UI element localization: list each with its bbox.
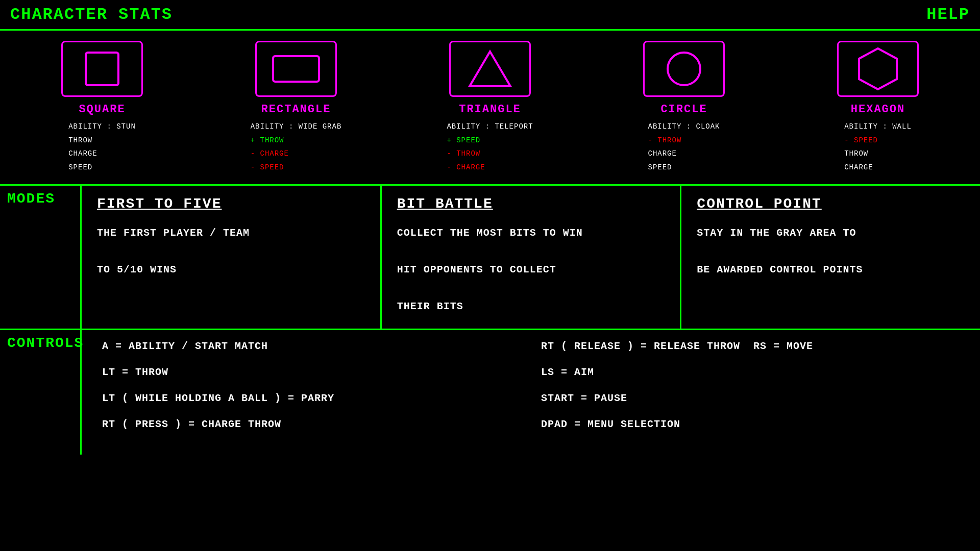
control-point-title: CONTROL POINT (697, 196, 965, 212)
mode-bit-battle: BIT BATTLE COLLECT THE MOST BITS TO WIN … (382, 186, 682, 329)
circle-shape-box (643, 41, 725, 97)
controls-right: RT ( RELEASE ) = RELEASE THROW RS = MOVE… (541, 340, 960, 444)
hexagon-name: HEXAGON (851, 103, 905, 116)
svg-marker-4 (859, 48, 897, 89)
triangle-shape-box (449, 41, 531, 97)
control-start: START = PAUSE (541, 392, 960, 404)
modes-label-col: MODES (0, 186, 82, 329)
character-stats-section: SQUARE ABILITY : STUN THROW CHARGE SPEED… (0, 31, 980, 186)
square-stats: ABILITY : STUN THROW CHARGE SPEED (68, 120, 136, 174)
character-circle: CIRCLE ABILITY : CLOAK - THROW CHARGE SP… (597, 41, 771, 174)
control-ls: LS = AIM (541, 366, 960, 378)
control-rt-release: RT ( RELEASE ) = RELEASE THROW RS = MOVE (541, 340, 960, 352)
triangle-stats: ABILITY : TELEPORT + SPEED - THROW - CHA… (447, 120, 533, 174)
top-bar: CHARACTER STATS HELP (0, 0, 980, 31)
controls-left: A = ABILITY / START MATCH LT = THROW LT … (102, 340, 521, 444)
rectangle-name: RECTANGLE (261, 103, 331, 116)
svg-marker-2 (470, 52, 510, 86)
control-lt-parry: LT ( WHILE HOLDING A BALL ) = PARRY (102, 392, 521, 404)
character-triangle: TRIANGLE ABILITY : TELEPORT + SPEED - TH… (403, 41, 577, 174)
controls-section: CONTROLS A = ABILITY / START MATCH LT = … (0, 330, 980, 455)
bit-battle-title: BIT BATTLE (397, 196, 665, 212)
rectangle-stats: ABILITY : WIDE GRAB + THROW - CHARGE - S… (251, 120, 342, 174)
hexagon-stats: ABILITY : WALL - SPEED THROW CHARGE (844, 120, 912, 174)
square-name: SQUARE (79, 103, 125, 116)
circle-stats: ABILITY : CLOAK - THROW CHARGE SPEED (648, 120, 720, 174)
svg-rect-0 (86, 53, 118, 85)
control-rt-press: RT ( PRESS ) = CHARGE THROW (102, 418, 521, 430)
hexagon-shape-box (837, 41, 919, 97)
control-a: A = ABILITY / START MATCH (102, 340, 521, 352)
first-to-five-title: FIRST TO FIVE (97, 196, 365, 212)
control-dpad: DPAD = MENU SELECTION (541, 418, 960, 430)
mode-control-point: CONTROL POINT STAY IN THE GRAY AREA TO B… (681, 186, 980, 329)
character-hexagon: HEXAGON ABILITY : WALL - SPEED THROW CHA… (791, 41, 965, 174)
control-lt: LT = THROW (102, 366, 521, 378)
controls-content: A = ABILITY / START MATCH LT = THROW LT … (82, 330, 980, 455)
svg-point-3 (668, 53, 700, 85)
character-rectangle: RECTANGLE ABILITY : WIDE GRAB + THROW - … (209, 41, 383, 174)
control-point-text: STAY IN THE GRAY AREA TO BE AWARDED CONT… (697, 224, 965, 279)
modes-label: MODES (7, 191, 55, 207)
modes-section: MODES FIRST TO FIVE THE FIRST PLAYER / T… (0, 186, 980, 330)
mode-first-to-five: FIRST TO FIVE THE FIRST PLAYER / TEAM TO… (82, 186, 382, 329)
circle-name: CIRCLE (660, 103, 707, 116)
help-header: HELP (926, 5, 970, 24)
square-shape-box (61, 41, 143, 97)
controls-label: CONTROLS (7, 335, 84, 351)
triangle-name: TRIANGLE (459, 103, 521, 116)
controls-label-col: CONTROLS (0, 330, 82, 455)
rectangle-shape-box (255, 41, 337, 97)
character-square: SQUARE ABILITY : STUN THROW CHARGE SPEED (15, 41, 189, 174)
svg-rect-1 (273, 56, 319, 82)
character-stats-header: CHARACTER STATS (10, 5, 173, 24)
first-to-five-text: THE FIRST PLAYER / TEAM TO 5/10 WINS (97, 224, 365, 279)
bit-battle-text: COLLECT THE MOST BITS TO WIN HIT OPPONEN… (397, 224, 665, 316)
